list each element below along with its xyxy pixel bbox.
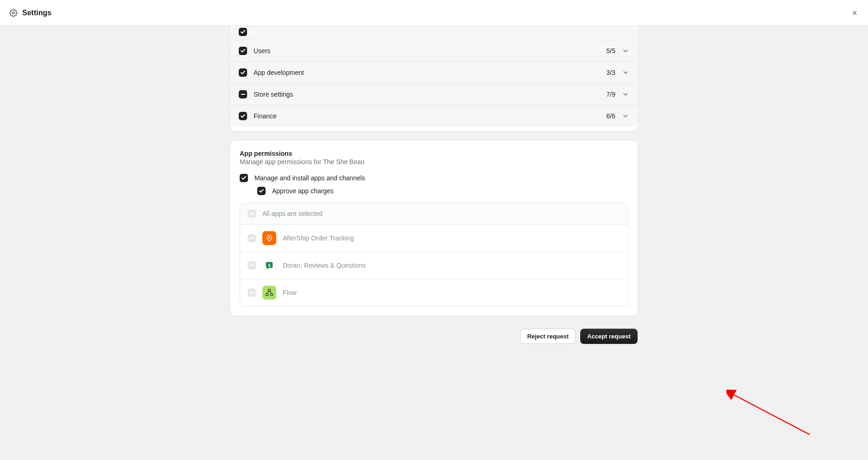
svg-line-11 [732, 394, 810, 435]
app-row-aftership: AfterShip Order Tracking [240, 225, 628, 252]
store-permissions-card: Users 5/5 App development 3/3 [230, 26, 638, 131]
app-permissions-card: App permissions Manage app permissions f… [230, 141, 638, 316]
checkbox-label: Manage and install apps and channels [254, 174, 365, 182]
permission-count: 5/5 [607, 47, 615, 55]
checkbox-icon[interactable] [240, 174, 248, 182]
permission-label: Finance [254, 112, 607, 120]
chevron-down-icon [622, 47, 629, 55]
permission-count: 7/9 [607, 91, 615, 98]
app-name: AfterShip Order Tracking [283, 234, 354, 242]
app-list: All apps are selected AfterShip Order Tr… [240, 202, 628, 307]
checkbox-icon[interactable] [239, 28, 247, 36]
svg-point-7 [266, 294, 268, 296]
checkbox-label: Approve app charges [272, 187, 334, 195]
permission-count: 3/3 [607, 69, 615, 76]
arrow-annotation-icon [726, 388, 819, 439]
accept-request-button[interactable]: Accept request [580, 329, 638, 344]
permission-label: App development [254, 69, 607, 76]
checkbox-icon[interactable] [239, 68, 247, 77]
checkbox-disabled-icon [248, 234, 256, 242]
permission-row-users[interactable]: Users 5/5 [230, 40, 638, 61]
svg-text:S: S [268, 263, 271, 268]
app-name: Doran: Reviews & Questions [283, 262, 366, 269]
app-icon-aftership [262, 231, 276, 245]
app-row-flow: Flow [240, 279, 628, 306]
checkbox-disabled-icon [248, 209, 256, 218]
chevron-down-icon [622, 112, 629, 120]
svg-point-8 [271, 294, 273, 296]
checkbox-indeterminate-icon[interactable] [239, 90, 247, 98]
svg-line-10 [270, 291, 272, 294]
footer-actions: Reject request Accept request [230, 325, 638, 358]
checkbox-disabled-icon [248, 288, 256, 297]
app-icon-flow [262, 286, 276, 300]
manage-apps-checkbox-row[interactable]: Manage and install apps and channels [240, 174, 628, 182]
page-title: Settings [22, 9, 51, 17]
gear-icon [9, 9, 18, 17]
permission-row-finance[interactable]: Finance 6/6 [230, 105, 638, 127]
svg-point-0 [12, 12, 15, 14]
checkbox-icon[interactable] [257, 187, 266, 195]
app-name: Flow [283, 289, 297, 296]
app-row-doran: S Doran: Reviews & Questions [240, 252, 628, 279]
app-icon-doran: S [262, 258, 276, 272]
permission-label: Users [254, 47, 607, 55]
close-icon[interactable] [849, 7, 861, 19]
section-subtitle: Manage app permissions for The She Beau [240, 158, 628, 166]
permission-row[interactable] [230, 26, 638, 40]
permission-row-store-settings[interactable]: Store settings 7/9 [230, 83, 638, 105]
permission-count: 6/6 [607, 112, 615, 120]
permission-row-app-development[interactable]: App development 3/3 [230, 61, 638, 83]
chevron-down-icon [622, 69, 629, 76]
modal-header: Settings [0, 0, 868, 26]
svg-point-3 [268, 237, 270, 239]
checkbox-icon[interactable] [239, 112, 247, 120]
permission-label: Store settings [254, 91, 607, 98]
section-title: App permissions [240, 150, 628, 157]
approve-charges-checkbox-row[interactable]: Approve app charges [257, 187, 628, 195]
app-list-header: All apps are selected [240, 203, 628, 225]
all-apps-selected-label: All apps are selected [262, 210, 322, 217]
svg-line-9 [267, 291, 269, 294]
chevron-down-icon [622, 91, 629, 98]
reject-request-button[interactable]: Reject request [520, 329, 576, 344]
checkbox-icon[interactable] [239, 47, 247, 55]
checkbox-disabled-icon [248, 261, 256, 270]
